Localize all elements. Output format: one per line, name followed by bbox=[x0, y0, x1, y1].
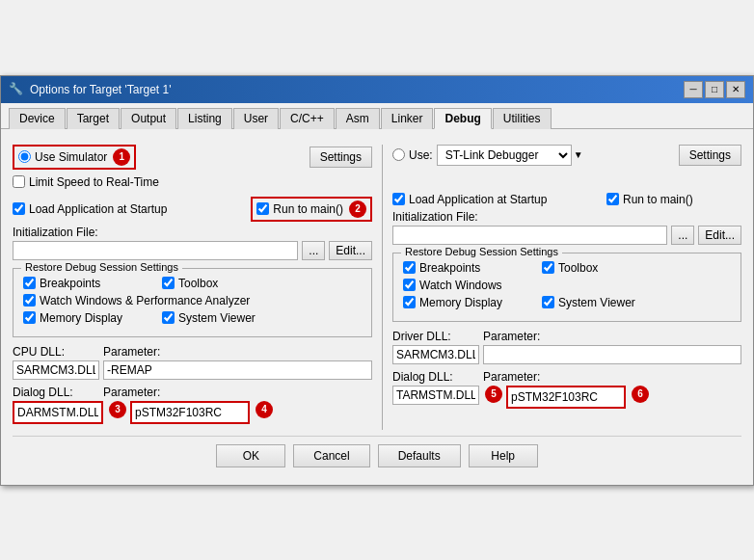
left-init-label: Initialization File: bbox=[13, 226, 372, 239]
right-edit-button[interactable]: Edit... bbox=[698, 226, 741, 245]
right-toolbox-item: Toolbox bbox=[542, 261, 677, 275]
left-toolbox-label: Toolbox bbox=[178, 277, 218, 290]
help-button[interactable]: Help bbox=[469, 444, 538, 467]
cancel-button[interactable]: Cancel bbox=[293, 444, 369, 467]
left-dialog-dll-row: Dialog DLL: Parameter: 3 4 bbox=[13, 386, 372, 424]
left-init-file-input[interactable] bbox=[13, 241, 298, 260]
right-sysviewer-label: System Viewer bbox=[558, 296, 635, 309]
right-breakpoints-checkbox[interactable] bbox=[403, 261, 416, 274]
title-bar-left: 🔧 Options for Target 'Target 1' bbox=[9, 82, 171, 97]
left-dialog-param-input[interactable] bbox=[132, 403, 248, 422]
left-dialog-dll-input[interactable] bbox=[14, 403, 101, 422]
right-use-radio[interactable] bbox=[392, 148, 405, 161]
maximize-button[interactable]: □ bbox=[705, 81, 724, 98]
main-content: Use Simulator 1 Settings Limit Speed to … bbox=[1, 129, 753, 485]
left-memory-checkbox[interactable] bbox=[23, 311, 36, 324]
right-dialog-dll-label: Dialog DLL: bbox=[392, 370, 479, 384]
left-edit-button[interactable]: Edit... bbox=[329, 241, 372, 260]
tab-device[interactable]: Device bbox=[9, 108, 66, 129]
left-restore-row2: Watch Windows & Performance Analyzer bbox=[23, 294, 362, 307]
right-settings-button[interactable]: Settings bbox=[679, 145, 741, 166]
left-column: Use Simulator 1 Settings Limit Speed to … bbox=[13, 145, 372, 430]
limit-speed-checkbox[interactable] bbox=[13, 175, 25, 188]
left-dialog-param-box bbox=[130, 401, 250, 424]
right-init-file-row: ... Edit... bbox=[392, 226, 741, 245]
use-simulator-label: Use Simulator bbox=[35, 150, 107, 164]
tab-utilities[interactable]: Utilities bbox=[493, 108, 552, 129]
defaults-button[interactable]: Defaults bbox=[378, 444, 461, 467]
right-driver-param-label: Parameter: bbox=[483, 330, 570, 343]
left-load-app-item: Load Application at Startup bbox=[13, 202, 167, 216]
tab-listing[interactable]: Listing bbox=[177, 108, 232, 129]
left-sysviewer-item: System Viewer bbox=[162, 311, 297, 325]
right-driver-dll-input[interactable] bbox=[392, 345, 479, 364]
left-dialog-dll-labels: Dialog DLL: Parameter: bbox=[13, 386, 372, 399]
annotation-5: 5 bbox=[485, 386, 502, 403]
right-sysviewer-checkbox[interactable] bbox=[542, 296, 554, 308]
annotation-2: 2 bbox=[349, 200, 366, 218]
left-browse-button[interactable]: ... bbox=[302, 241, 325, 260]
left-cpu-dll-label: CPU DLL: bbox=[13, 345, 99, 359]
tab-asm[interactable]: Asm bbox=[336, 108, 380, 129]
left-run-to-main-label: Run to main() bbox=[273, 202, 343, 216]
tab-cpp[interactable]: C/C++ bbox=[280, 108, 335, 129]
right-dialog-param-label: Parameter: bbox=[483, 370, 570, 384]
right-toolbox-label: Toolbox bbox=[558, 261, 598, 275]
right-toolbox-checkbox[interactable] bbox=[542, 261, 554, 274]
tab-output[interactable]: Output bbox=[121, 108, 176, 129]
app-icon: 🔧 bbox=[9, 82, 24, 97]
right-top-row: Use: ST-Link Debugger ▼ Settings bbox=[392, 145, 741, 166]
tab-target[interactable]: Target bbox=[67, 108, 120, 129]
left-breakpoints-label: Breakpoints bbox=[40, 277, 100, 290]
use-simulator-radio[interactable] bbox=[18, 150, 31, 163]
right-dialog-dll-input[interactable] bbox=[392, 386, 479, 405]
right-load-app-checkbox[interactable] bbox=[392, 193, 405, 205]
right-dialog-dll-inputs: 5 6 bbox=[392, 386, 741, 409]
left-load-row: Load Application at Startup Run to main(… bbox=[13, 197, 372, 222]
right-sysviewer-item: System Viewer bbox=[542, 296, 677, 309]
annotation-4: 4 bbox=[256, 401, 273, 418]
left-cpu-dll-labels: CPU DLL: Parameter: bbox=[13, 345, 372, 359]
left-toolbox-item: Toolbox bbox=[162, 277, 297, 290]
left-settings-button[interactable]: Settings bbox=[310, 147, 372, 168]
right-debugger-select[interactable]: ST-Link Debugger bbox=[437, 145, 572, 166]
annotation-3: 3 bbox=[109, 401, 126, 418]
left-load-app-checkbox[interactable] bbox=[13, 202, 25, 215]
right-init-label: Initialization File: bbox=[392, 210, 741, 224]
left-dialog-dll-inputs: 3 4 bbox=[13, 401, 372, 424]
right-driver-dll-row: Driver DLL: Parameter: bbox=[392, 330, 741, 364]
right-driver-dll-labels: Driver DLL: Parameter: bbox=[392, 330, 741, 343]
left-load-section: Load Application at Startup Run to main(… bbox=[13, 197, 372, 260]
left-cpu-dll-input[interactable] bbox=[13, 360, 99, 380]
tab-debug[interactable]: Debug bbox=[434, 108, 491, 129]
left-restore-row1: Breakpoints Toolbox bbox=[23, 277, 362, 290]
right-driver-dll-label: Driver DLL: bbox=[392, 330, 479, 343]
right-load-section: Load Application at Startup Run to main(… bbox=[392, 193, 741, 245]
close-button[interactable]: ✕ bbox=[726, 81, 745, 98]
left-memory-label: Memory Display bbox=[40, 311, 122, 325]
left-breakpoints-checkbox[interactable] bbox=[23, 277, 36, 289]
right-watch-checkbox[interactable] bbox=[403, 279, 416, 291]
left-toolbox-checkbox[interactable] bbox=[162, 277, 175, 289]
right-column: Use: ST-Link Debugger ▼ Settings bbox=[382, 145, 741, 430]
right-driver-dll-inputs bbox=[392, 345, 741, 364]
tab-linker[interactable]: Linker bbox=[381, 108, 434, 129]
two-column-layout: Use Simulator 1 Settings Limit Speed to … bbox=[13, 145, 741, 430]
tab-user[interactable]: User bbox=[233, 108, 279, 129]
right-driver-param-input[interactable] bbox=[483, 345, 741, 364]
right-memory-checkbox[interactable] bbox=[403, 296, 416, 308]
title-bar: 🔧 Options for Target 'Target 1' ─ □ ✕ bbox=[1, 76, 753, 103]
right-browse-button[interactable]: ... bbox=[671, 226, 694, 245]
left-load-app-label: Load Application at Startup bbox=[29, 202, 167, 216]
right-dialog-param-input[interactable] bbox=[508, 387, 624, 407]
left-cpu-dll-inputs bbox=[13, 360, 372, 380]
left-cpu-param-input[interactable] bbox=[103, 360, 372, 380]
left-run-to-main-checkbox[interactable] bbox=[256, 202, 269, 215]
ok-button[interactable]: OK bbox=[216, 444, 285, 467]
minimize-button[interactable]: ─ bbox=[684, 81, 703, 98]
right-run-to-main-checkbox[interactable] bbox=[606, 193, 619, 205]
limit-speed-row: Limit Speed to Real-Time bbox=[13, 175, 372, 189]
right-init-file-input[interactable] bbox=[392, 226, 667, 245]
left-watch-checkbox[interactable] bbox=[23, 294, 36, 307]
left-sysviewer-checkbox[interactable] bbox=[162, 311, 175, 324]
